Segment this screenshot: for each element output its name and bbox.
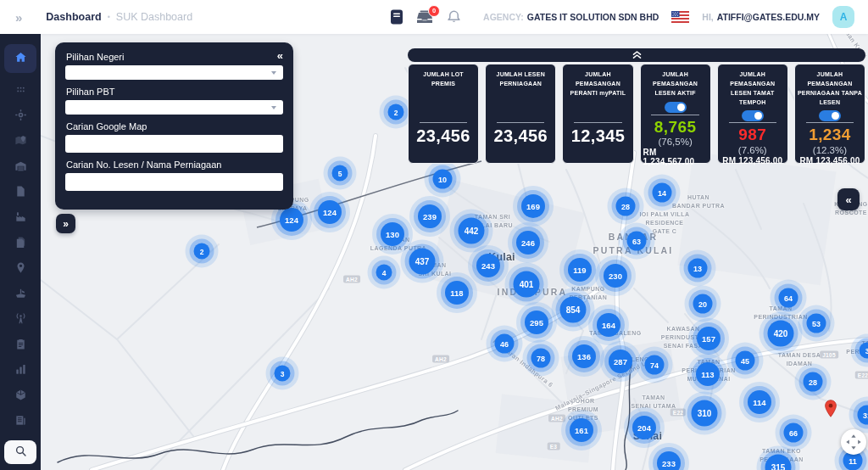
map-cluster[interactable]: 13 — [688, 259, 708, 278]
filter-input-2[interactable] — [65, 135, 283, 153]
chevrons-left-icon[interactable]: « — [277, 50, 283, 61]
sidebar-item-news[interactable] — [4, 409, 36, 434]
inbox-icon[interactable]: 0 — [416, 10, 433, 25]
map-cluster[interactable]: 2 — [388, 104, 404, 120]
map-cluster[interactable]: 63 — [627, 232, 647, 251]
map-cluster[interactable]: 114 — [748, 390, 771, 414]
map-cluster[interactable]: 401 — [514, 271, 540, 298]
map-cluster[interactable]: 28 — [616, 197, 636, 216]
pan-control[interactable] — [841, 429, 866, 455]
breadcrumb-dashboard[interactable]: Dashboard — [46, 11, 101, 23]
sidebar-item-antenna[interactable] — [4, 307, 36, 333]
stats-collapse-bar[interactable] — [408, 48, 865, 62]
divider — [806, 122, 854, 123]
agency-name: GATES IT SOLUTION SDN BHD — [527, 12, 659, 22]
toggle-switch[interactable] — [819, 110, 841, 121]
map-cluster[interactable]: 4 — [376, 265, 392, 281]
stat-card-value: 23,456 — [416, 126, 470, 145]
map-cluster[interactable]: 118 — [445, 281, 469, 305]
stat-card-value: 8,765 — [654, 119, 697, 137]
map-cluster[interactable]: 169 — [521, 194, 545, 218]
stat-card-percent: (12.3%) — [813, 145, 847, 155]
filter-input-3[interactable] — [65, 173, 283, 191]
sidebar-item-clipboard[interactable] — [4, 333, 36, 358]
map-cluster[interactable]: 442 — [459, 218, 485, 244]
sidebar-item-warehouse[interactable] — [4, 154, 36, 180]
sidebar-item-file[interactable] — [4, 180, 36, 205]
stat-card-3: JUMLAH PEMASANGAN LESEN AKTIF8,765(76,5%… — [640, 64, 711, 164]
filter-field-label: Pilihan Negeri — [66, 52, 282, 62]
gear-icon — [14, 109, 27, 125]
map-cluster[interactable]: 119 — [568, 258, 592, 282]
map-cluster[interactable]: 74 — [645, 355, 665, 375]
bell-icon[interactable] — [446, 9, 462, 25]
news-icon — [14, 414, 27, 430]
toggle-switch[interactable] — [665, 102, 687, 113]
filter-select-0[interactable] — [65, 65, 283, 80]
divider — [420, 122, 467, 123]
map-cluster[interactable]: 310 — [692, 400, 718, 427]
map-cluster[interactable]: 124 — [280, 208, 303, 232]
filter-expand-button[interactable]: » — [56, 214, 75, 233]
map-cluster[interactable]: 45 — [736, 351, 755, 371]
map-cluster[interactable]: 295 — [525, 311, 548, 334]
map-cluster[interactable]: 230 — [604, 264, 627, 288]
map-cluster[interactable]: 161 — [570, 418, 593, 442]
stat-card-0: JUMLAH LOT PREMIS23,456 — [408, 64, 479, 164]
map-cluster[interactable]: 124 — [318, 200, 342, 224]
toggle-switch[interactable] — [742, 110, 764, 121]
stat-card-5: JUMLAH PEMASANGAN PERNIAGAAN TANPA LESEN… — [794, 64, 865, 164]
map-cluster[interactable]: 113 — [696, 362, 720, 386]
map-cluster[interactable]: 233 — [657, 451, 681, 470]
map-cluster[interactable]: 14 — [653, 183, 672, 203]
map-cluster[interactable]: 2 — [194, 243, 210, 260]
map-cluster[interactable]: 136 — [572, 344, 596, 368]
sidebar-item-grid-dots[interactable] — [4, 78, 36, 104]
map-cluster[interactable]: 20 — [693, 294, 713, 314]
map-cluster[interactable]: 64 — [779, 288, 798, 308]
map-cluster[interactable]: 437 — [409, 249, 436, 275]
sidebar-item-map-pin[interactable] — [4, 256, 36, 282]
left-sidebar — [0, 34, 41, 470]
sidebar-item-gear[interactable] — [4, 104, 36, 129]
map-cluster[interactable]: 5 — [332, 165, 348, 182]
sidebar-item-map-route[interactable] — [4, 129, 36, 154]
road-shield-ah2: AH2 — [432, 355, 449, 363]
sidebar-search-button[interactable] — [4, 440, 36, 464]
map-cluster[interactable]: 3 — [275, 366, 291, 382]
map-cluster[interactable]: 78 — [531, 349, 551, 368]
ship-icon — [14, 287, 27, 303]
map-cluster[interactable]: 239 — [418, 204, 442, 228]
map-cluster[interactable]: 420 — [768, 321, 794, 347]
map-cluster[interactable]: 66 — [784, 423, 804, 443]
location-pin-icon[interactable] — [825, 400, 837, 421]
stats-panel-collapse-button[interactable]: « — [837, 188, 860, 210]
file-icon — [14, 185, 27, 201]
avatar[interactable]: A — [832, 6, 854, 28]
map-cluster[interactable]: 164 — [597, 313, 620, 337]
map-cluster[interactable]: 246 — [516, 231, 540, 255]
pan-move-icon — [843, 431, 865, 453]
map-cluster[interactable]: 854 — [560, 297, 587, 323]
sidebar-item-cube[interactable] — [4, 383, 36, 409]
map-cluster[interactable]: 287 — [609, 350, 632, 373]
map-cluster[interactable]: 243 — [476, 254, 500, 277]
map-canvas[interactable]: « Pilihan NegeriPilihan PBTCarian Google… — [41, 34, 868, 470]
map-cluster[interactable]: 157 — [697, 327, 721, 350]
sidebar-item-bar-chart[interactable] — [4, 358, 36, 383]
map-cluster[interactable]: 53 — [807, 314, 826, 333]
map-cluster[interactable]: 130 — [381, 222, 404, 246]
map-cluster[interactable]: 204 — [632, 416, 656, 439]
sidebar-item-file-copy[interactable] — [4, 231, 36, 256]
sidebar-item-ship[interactable] — [4, 282, 36, 307]
sidebar-expand-icon[interactable]: » — [15, 10, 20, 25]
sidebar-item-industry[interactable] — [4, 205, 36, 231]
map-cluster[interactable]: 28 — [804, 372, 823, 392]
map-cluster[interactable]: 46 — [495, 334, 515, 354]
sidebar-item-home[interactable] — [4, 44, 36, 73]
user-email: ATIFFI@GATES.EDU.MY — [717, 12, 820, 22]
us-flag-icon[interactable] — [671, 11, 689, 23]
book-icon[interactable] — [390, 9, 403, 25]
map-cluster[interactable]: 10 — [433, 170, 453, 189]
filter-select-1[interactable] — [65, 100, 283, 115]
